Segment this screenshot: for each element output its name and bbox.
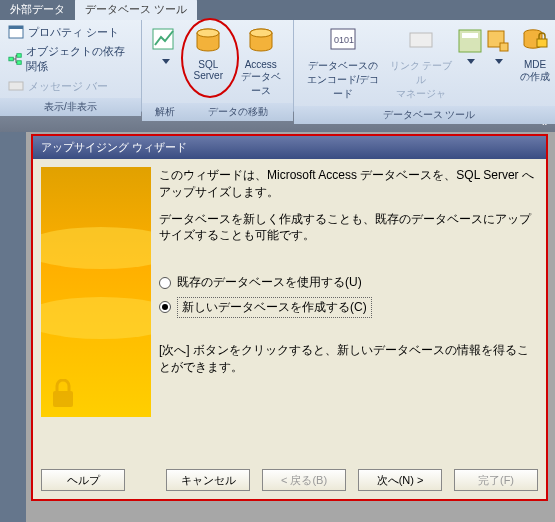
link-label: リンク テーブル マネージャ xyxy=(388,59,454,101)
radio-create-new[interactable]: 新しいデータベースを作成する(C) xyxy=(159,297,538,318)
dialog-button-row: ヘルプ キャンセル < 戻る(B) 次へ(N) > 完了(F) xyxy=(33,461,546,499)
analyze-button[interactable] xyxy=(148,23,182,66)
next-button[interactable]: 次へ(N) > xyxy=(358,469,442,491)
ribbon-tab-strip: 外部データ データベース ツール xyxy=(0,0,555,20)
mde-label: MDE の作成 xyxy=(520,59,550,84)
svg-rect-19 xyxy=(537,39,547,47)
dependencies-icon xyxy=(8,51,22,67)
access-db-button[interactable]: Access データベース xyxy=(235,23,288,100)
message-bar-icon xyxy=(8,78,24,94)
access-db-icon xyxy=(245,25,277,57)
linked-table-mgr-button: リンク テーブル マネージャ xyxy=(386,23,456,103)
sql-server-button[interactable]: SQL Server xyxy=(182,23,235,83)
addins-icon xyxy=(482,25,514,57)
svg-rect-15 xyxy=(462,33,478,38)
lock-icon xyxy=(49,379,77,409)
analyze-icon xyxy=(149,25,181,57)
radio-create-new-label: 新しいデータベースを作成する(C) xyxy=(177,297,372,318)
property-sheet-button[interactable]: プロパティ シート xyxy=(6,23,135,41)
ribbon: プロパティ シート オブジェクトの依存関係 メッセージ バー 表示/非表示 xyxy=(0,20,555,112)
chevron-down-icon xyxy=(467,59,475,64)
upsizing-wizard-dialog: アップサイジング ウィザード このウィザードは、Microsoft Access… xyxy=(31,134,548,501)
link-icon xyxy=(405,25,437,57)
radio-icon xyxy=(159,301,171,313)
wizard-text-area: このウィザードは、Microsoft Access データベースを、SQL Se… xyxy=(159,167,538,453)
ribbon-group-label-show-hide: 表示/非表示 xyxy=(0,98,141,116)
wizard-intro-2: データベースを新しく作成することも、既存のデータベースにアップサイズすることも可… xyxy=(159,211,538,245)
dialog-title: アップサイジング ウィザード xyxy=(33,136,546,159)
message-bar-button: メッセージ バー xyxy=(6,77,135,95)
back-button: < 戻る(B) xyxy=(262,469,346,491)
mde-icon xyxy=(519,25,551,57)
svg-rect-1 xyxy=(9,26,23,29)
wizard-hint: [次へ] ボタンをクリックすると、新しいデータベースの情報を得ることができます。 xyxy=(159,342,538,376)
cancel-button[interactable]: キャンセル xyxy=(166,469,250,491)
encode-label: データベースの エンコード/デコード xyxy=(302,59,384,101)
svg-point-10 xyxy=(250,29,272,37)
access-db-label: Access データベース xyxy=(237,59,286,98)
wizard-intro-1: このウィザードは、Microsoft Access データベースを、SQL Se… xyxy=(159,167,538,201)
tab-database-tools[interactable]: データベース ツール xyxy=(75,0,197,20)
message-bar-label: メッセージ バー xyxy=(28,79,108,94)
addins-button[interactable] xyxy=(484,23,512,66)
dependencies-label: オブジェクトの依存関係 xyxy=(26,44,133,74)
object-dependencies-button[interactable]: オブジェクトの依存関係 xyxy=(6,43,135,75)
svg-point-8 xyxy=(197,29,219,37)
switchboard-button[interactable] xyxy=(456,23,484,66)
svg-rect-4 xyxy=(17,61,21,65)
svg-rect-3 xyxy=(17,54,21,58)
chevron-down-icon xyxy=(495,59,503,64)
sql-server-label: SQL Server xyxy=(194,59,223,81)
encode-icon: 0101 xyxy=(327,25,359,57)
svg-rect-2 xyxy=(9,57,13,61)
encode-decode-button[interactable]: 0101 データベースの エンコード/デコード xyxy=(300,23,386,103)
radio-use-existing[interactable]: 既存のデータベースを使用する(U) xyxy=(159,274,538,291)
svg-text:0101: 0101 xyxy=(334,35,354,45)
svg-rect-17 xyxy=(500,43,508,51)
svg-rect-13 xyxy=(410,33,432,47)
svg-rect-5 xyxy=(9,82,23,90)
wizard-graphic xyxy=(41,167,151,417)
make-mde-button[interactable]: MDE の作成 xyxy=(512,23,555,86)
help-button[interactable]: ヘルプ xyxy=(41,469,125,491)
radio-use-existing-label: 既存のデータベースを使用する(U) xyxy=(177,274,362,291)
svg-rect-20 xyxy=(53,391,73,407)
ribbon-group-label-dbtools: データベース ツール xyxy=(294,106,555,124)
property-sheet-icon xyxy=(8,24,24,40)
sql-server-icon xyxy=(192,25,224,57)
ribbon-group-label-analyze: 解析データの移動 xyxy=(142,103,293,121)
finish-button: 完了(F) xyxy=(454,469,538,491)
radio-icon xyxy=(159,277,171,289)
chevron-down-icon xyxy=(162,59,170,64)
property-sheet-label: プロパティ シート xyxy=(28,25,119,40)
tab-external-data[interactable]: 外部データ xyxy=(0,0,75,20)
